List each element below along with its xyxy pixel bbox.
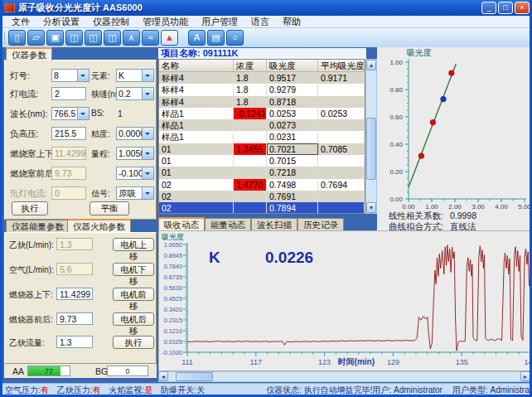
chevron-down-icon[interactable] <box>142 128 153 139</box>
lamp-energy-icon: ◫ <box>89 32 97 42</box>
toolbar-autosampler-button[interactable]: A <box>188 30 206 46</box>
burner-vertical-ro-field: 11.4299 <box>51 147 86 160</box>
tab-dynamics-2[interactable]: 波长扫描 <box>251 218 297 230</box>
tab-flame-params[interactable]: 仪器火焰参数 <box>67 219 131 232</box>
signal-mode-combo[interactable]: 原吸 <box>116 186 154 200</box>
table-row[interactable]: 样品1-0.12410.02530.0253 <box>159 108 365 119</box>
chevron-down-icon[interactable] <box>142 88 153 99</box>
close-icon[interactable]: × <box>515 2 530 14</box>
cell-name: 标样4 <box>159 72 234 84</box>
toolbar-lamp-setup-button[interactable]: ◫ <box>65 30 83 46</box>
motor-up-button[interactable]: 电机上移 <box>113 238 154 251</box>
save-icon: ▣ <box>51 32 59 42</box>
tab-dynamics-3[interactable]: 历史记录 <box>297 218 344 230</box>
lamp-number-combo[interactable]: 8 <box>51 69 89 82</box>
table-row[interactable]: 010.7015 <box>159 155 365 167</box>
table-row[interactable]: 样品10.0231 <box>159 131 365 143</box>
chevron-down-icon[interactable] <box>142 187 153 199</box>
menu-item[interactable]: 文件 <box>5 16 36 28</box>
table-row[interactable]: 011.34550.70210.7085 <box>159 143 365 155</box>
table-row[interactable]: 标样41.80.9279 <box>159 84 365 95</box>
cell-concentration: 1.3455 <box>234 143 267 155</box>
menu-item[interactable]: 管理员功能 <box>136 16 195 28</box>
menu-item[interactable]: 用户管理 <box>195 16 244 28</box>
dynamics-chart: 吸光度1.00500.89450.78400.67350.56300.45250… <box>159 231 530 370</box>
calibration-chart-area: 吸光度0.000.200.400.600.801.000.001.002.003… <box>377 47 532 230</box>
motor-forward-button[interactable]: 电机前移 <box>113 288 154 301</box>
wavelength-combo[interactable]: 766.5 <box>51 107 89 120</box>
toolbar-save-button[interactable]: ▣ <box>46 30 64 46</box>
motor-back-button[interactable]: 电机后移 <box>113 312 154 326</box>
menu-item[interactable]: 分析设置 <box>36 16 86 28</box>
air-ro-label: 空气(L/min): <box>9 264 54 276</box>
toolbar-flame-button[interactable]: ▲ <box>161 30 178 46</box>
tab-dynamics-1[interactable]: 能量动态 <box>205 218 251 230</box>
column-header[interactable]: 名称 <box>159 60 234 71</box>
motor-down-button[interactable]: 电机下移 <box>113 263 154 276</box>
range-combo[interactable]: 1.0050 <box>116 147 154 160</box>
execute-flame-button[interactable]: 执行 <box>113 336 154 349</box>
scroll-up-icon[interactable]: ▲ <box>366 60 376 70</box>
table-row[interactable]: 020.7691 <box>159 191 365 202</box>
scroll-down-icon[interactable]: ▼ <box>366 202 376 213</box>
slit-combo[interactable]: 0.2 <box>116 87 154 100</box>
toolbar-wavelength-scan-button[interactable]: ∧ <box>123 30 140 46</box>
column-header[interactable]: 平均吸光度 <box>318 60 365 71</box>
menu-item[interactable]: 语言 <box>244 16 276 28</box>
menu-item[interactable]: 帮助 <box>276 16 307 28</box>
chart-horizontal-scrollbar[interactable]: ◄ ► <box>158 371 531 382</box>
lamp-setup-icon: ◫ <box>70 32 78 42</box>
chevron-down-icon[interactable] <box>142 148 153 159</box>
maximize-icon[interactable]: □ <box>498 2 513 14</box>
svg-text:4.00: 4.00 <box>495 203 508 210</box>
tab-dynamics-0[interactable]: 吸收动态 <box>158 217 205 230</box>
toolbar-open-file-button[interactable]: ▱ <box>27 30 45 46</box>
toolbar-signal-adjust-button[interactable]: ≈ <box>142 30 159 46</box>
project-name-bar: 项目名称: 091111K <box>158 48 366 59</box>
wavelength-scan-icon: ∧ <box>128 32 134 42</box>
acetylene-flow-field[interactable]: 1.3 <box>56 336 93 348</box>
toolbar-printer-button[interactable]: ▤ <box>207 30 225 46</box>
chevron-down-icon[interactable] <box>77 70 89 81</box>
toolbar-energy-display-button[interactable]: ◫ <box>104 30 121 46</box>
instrument-status: 仪器状态: 执行自动增益完毕! <box>266 385 372 396</box>
correlation-coefficient: 线性相关系数:0.9998 <box>389 211 476 222</box>
balance-button[interactable]: 平衡 <box>89 201 129 215</box>
svg-text:123: 123 <box>318 358 331 366</box>
table-row[interactable]: 010.7218 <box>159 167 365 178</box>
lamp-current-field[interactable]: 2 <box>51 87 86 100</box>
tab-energy-params[interactable]: 仪器能量参数 <box>6 220 70 232</box>
table-row[interactable]: 标样41.80.8718 <box>159 96 365 108</box>
scrollbar-thumb[interactable] <box>366 118 376 180</box>
scroll-left-icon[interactable]: ◄ <box>158 371 168 381</box>
precision-combo[interactable]: 0.0000 <box>116 127 154 140</box>
toolbar-lamp-energy-button[interactable]: ◫ <box>85 30 102 46</box>
chevron-down-icon[interactable] <box>142 70 153 81</box>
zero-offset-combo[interactable]: -0.1000 <box>116 167 154 180</box>
table-row[interactable]: 样品10.0273 <box>159 119 365 131</box>
menu-item[interactable]: 仪器控制 <box>86 16 136 28</box>
tab-instrument-params[interactable]: 仪器参数 <box>6 47 52 61</box>
svg-text:1.00: 1.00 <box>425 203 438 210</box>
element-combo[interactable]: K <box>116 69 154 82</box>
column-header[interactable]: 浓度 <box>234 60 267 71</box>
toolbar-power-button[interactable]: ○ <box>226 30 244 46</box>
burner-vertical-field[interactable]: 11.4299 <box>56 288 93 300</box>
svg-text:0.40: 0.40 <box>389 141 403 148</box>
minimize-icon[interactable]: _ <box>481 2 496 14</box>
chevron-down-icon[interactable] <box>142 167 153 179</box>
table-row[interactable]: 标样41.80.95170.9171 <box>159 72 365 84</box>
power-icon: ○ <box>232 32 238 42</box>
chevron-down-icon[interactable] <box>77 108 89 119</box>
execute-button[interactable]: 执行 <box>12 201 48 215</box>
table-row[interactable]: 021.47700.74980.7694 <box>159 179 365 191</box>
table-vertical-scrollbar[interactable]: ▲ ▼ <box>365 59 377 214</box>
scroll-right-icon[interactable]: ► <box>520 371 530 381</box>
neg-high-voltage-field[interactable]: 215.5 <box>51 127 86 140</box>
burner-horizontal-field[interactable]: 9.73 <box>56 312 93 325</box>
table-row[interactable]: 020.7894 <box>159 202 365 214</box>
scrollbar-thumb[interactable] <box>176 372 213 381</box>
toolbar-new-file-button[interactable]: ▯ <box>8 30 26 46</box>
results-table[interactable]: 名称浓度吸光度平均吸光度标样41.80.95170.9171标样41.80.92… <box>158 59 365 214</box>
column-header[interactable]: 吸光度 <box>267 60 318 71</box>
